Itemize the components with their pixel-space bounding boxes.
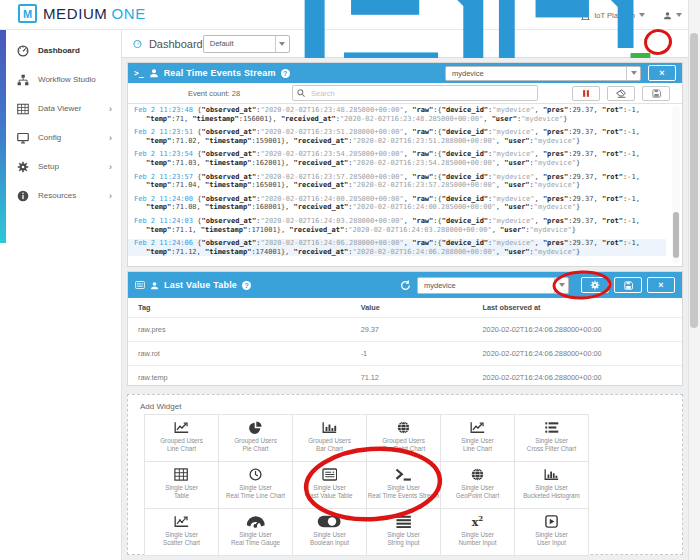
widget-label-line1: Single User [239,484,272,492]
lvt-settings-button[interactable] [581,277,609,293]
sidebar-item[interactable]: Resources › [0,181,122,210]
export-icon [652,89,661,98]
add-widget-button[interactable]: Single User String Input [367,509,441,556]
events-device-select[interactable]: mydevice [445,66,641,81]
add-widget-button[interactable]: Grouped Users Pie Chart [219,415,293,462]
add-widget-button[interactable]: Grouped Users Line Chart [145,415,219,462]
medium-one-dashboard: M MEDIUM ONE IoT Platform Dashboard › Wo… [0,0,700,560]
widget-icon [395,467,412,482]
widget-label-line2: User Input [537,539,566,547]
add-widget-button[interactable]: Grouped Users Bar Chart [293,415,367,462]
log-scrollbar-thumb[interactable] [673,212,679,258]
refresh-icon[interactable] [400,280,411,291]
add-widget-button[interactable]: Single User Last Value Table [293,462,367,509]
widget-icon [249,467,262,482]
add-widget-button[interactable]: x2 Single User Number Input [441,509,515,556]
widget-label-line2: Pie Chart [242,445,268,453]
widget-icon [395,514,412,529]
add-widget-button[interactable]: Single User Scatter Chart [145,509,219,556]
widget-label-line1: Single User [387,531,420,539]
page-scrollbar-track [688,0,700,560]
log-entry: Feb 2 11:23:48 {"observed_at":"2020-02-0… [128,106,666,123]
dashboard-select[interactable]: Default [203,35,290,53]
dashboard-icon [133,37,142,51]
events-toolbar: Event count: 28 [128,83,682,104]
sidebar-item[interactable]: Setup › [0,152,122,181]
lvt-save-button[interactable] [614,277,642,293]
add-widget-button[interactable]: Single User User Input [515,509,589,556]
widget-icon [249,420,262,435]
page-header: Dashboard Default [122,30,688,58]
add-widget-button[interactable]: Single User Cross Filter Chart [515,415,589,462]
log-entry-time: Feb 2 11:23:48 [134,106,193,114]
widget-icon [322,420,337,435]
sidebar-item[interactable]: Config › [0,123,122,152]
widget-label-line2: GeoPoint Chart [382,445,425,453]
page-title: Dashboard [149,38,203,50]
brand-logo: M MEDIUM ONE [18,4,146,23]
add-widget-button[interactable]: Grouped Users GeoPoint Chart [367,415,441,462]
add-widget-button[interactable]: Single User Real Time Gauge [219,509,293,556]
widget-label-line1: Single User [239,531,272,539]
lvt-device-select[interactable]: mydevice [417,277,569,294]
chevron-down-icon [559,283,565,287]
add-widget-section: Add Widget Grouped Users Line Chart Grou… [127,394,683,555]
terminal-icon: >_ [134,69,144,78]
cell-value: 71.12 [361,373,483,382]
log-entry: Feb 2 11:24:03 {"observed_at":"2020-02-0… [128,217,666,234]
sidebar-item[interactable]: Dashboard › [0,36,122,65]
add-widget-button[interactable]: Single User Line Chart [441,415,515,462]
events-close-button[interactable]: × [648,65,676,81]
export-stream-button[interactable] [642,86,670,101]
widget-label-line1: Single User [461,437,494,445]
lvt-close-button[interactable]: × [647,277,675,293]
clear-stream-button[interactable] [607,86,635,101]
widget-label-line1: Single User [535,531,568,539]
close-icon: × [658,281,663,290]
add-widget-button[interactable]: Single User Table [145,462,219,509]
column-header-tag: Tag [128,303,361,312]
cell-tag: raw.pres [128,325,361,334]
cell-last-observed: 2020-02-02T16:24:06.288000+00:00 [483,325,682,334]
log-entry: Feb 2 11:23:54 {"observed_at":"2020-02-0… [128,150,666,167]
cell-tag: raw.temp [128,373,361,382]
sidebar-item-label: Dashboard [38,46,80,55]
sidebar-item-icon [17,161,29,173]
chevron-right-icon: › [109,191,112,201]
sidebar: Dashboard › Workflow Studio › Data Viewe… [0,30,122,560]
search-input[interactable] [309,86,533,100]
widget-label-line2: Table [174,492,189,500]
sidebar-item[interactable]: Workflow Studio › [0,65,122,94]
add-widget-button[interactable]: Single User Real Time Line Chart [219,462,293,509]
sidebar-item-label: Setup [38,162,59,171]
cell-tag: raw.rot [128,349,361,358]
sidebar-item[interactable]: Data Viewer › [0,94,122,123]
brand-medium: MEDIUM [43,5,107,22]
cell-value: 29.37 [361,325,483,334]
widget-label-line1: Grouped Users [160,437,203,445]
sidebar-item-icon [17,74,29,86]
chevron-down-icon [279,42,285,46]
add-widget-button[interactable]: Single User Real Time Events Stream [367,462,441,509]
events-panel-header: >_ Real Time Events Stream ? mydevice × [128,63,682,83]
add-widget-button[interactable]: Single User Bucketed Histogram [515,462,589,509]
chevron-down-icon [631,71,637,75]
widget-icon [471,467,484,482]
column-header-last-observed: Last observed at [483,303,682,312]
sidebar-item-icon [17,190,29,202]
add-widget-button[interactable]: Single User GeoPoint Chart [441,462,515,509]
lvt-panel-header: Last Value Table ? mydevice × [128,272,682,298]
widget-label-line1: Single User [461,484,494,492]
help-icon[interactable]: ? [242,281,251,290]
log-entry-time: Feb 2 11:23:51 [134,128,193,136]
widget-icon [322,467,338,482]
page-scrollbar-thumb[interactable] [690,33,698,328]
log-entry-json: {"observed_at":"2020-02-02T16:24:03.2880… [146,217,640,234]
sidebar-nav: Dashboard › Workflow Studio › Data Viewe… [0,36,122,210]
log-entry-time: Feb 2 11:24:03 [134,217,193,225]
add-widget-button[interactable]: Single User Boolean Input [293,509,367,556]
help-icon[interactable]: ? [281,69,290,78]
log-entry: Feb 2 11:24:00 {"observed_at":"2020-02-0… [128,195,666,212]
events-device-select-value: mydevice [446,67,626,80]
pause-stream-button[interactable] [572,86,600,101]
